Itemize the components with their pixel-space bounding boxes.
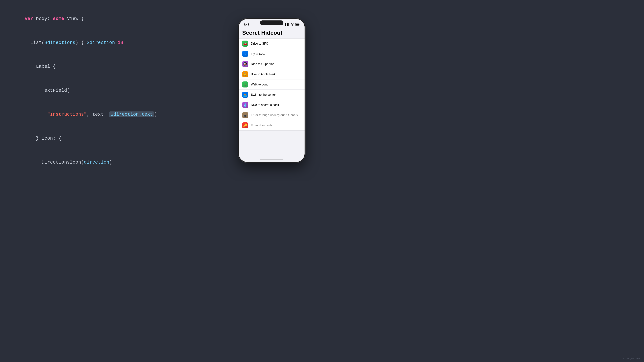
code-panel: // Interactive collections struct Direct…	[0, 0, 235, 181]
phone-screen: 9:41 ▌▌▌	[239, 19, 304, 162]
item-label-walk: Walk to pond	[251, 83, 301, 86]
item-icon-dive: 💧	[242, 102, 248, 108]
wifi-icon	[291, 23, 294, 26]
phone-frame: 9:41 ▌▌▌	[238, 18, 305, 163]
list-item-drive: 🚗Drive to SFO	[239, 38, 304, 49]
home-indicator	[239, 156, 304, 162]
battery-icon	[295, 23, 300, 26]
list-item-walk: 🚶Walk to pond	[239, 79, 304, 90]
list-item-door[interactable]: 🔑	[239, 120, 304, 131]
item-icon-fly: ✈️	[242, 51, 248, 57]
phone-area: 9:41 ▌▌▌	[235, 18, 308, 163]
list-item-dive: 💧Dive to secret airlock	[239, 100, 304, 110]
list-item-ride: 🚇Ride to Cupertino	[239, 59, 304, 69]
item-icon-ride: 🚇	[242, 61, 248, 67]
item-label-dive: Dive to secret airlock	[251, 103, 301, 107]
list-item-tunnel[interactable]: 🕳️	[239, 110, 304, 120]
directions-list: 🚗Drive to SFO✈️Fly to SJC🚇Ride to Cupert…	[239, 38, 304, 131]
item-input-door[interactable]	[251, 124, 301, 127]
item-label-ride: Ride to Cupertino	[251, 62, 301, 66]
item-icon-walk: 🚶	[242, 81, 248, 87]
screen-content[interactable]: Secret Hideout 🚗Drive to SFO✈️Fly to SJC…	[239, 28, 304, 156]
item-label-swim: Swim to the center	[251, 93, 301, 96]
item-icon-tunnel: 🕳️	[242, 112, 248, 118]
item-icon-door: 🔑	[242, 122, 248, 128]
item-label-drive: Drive to SFO	[251, 42, 301, 45]
home-bar	[260, 159, 284, 160]
highlighted-code: $direction.text	[109, 111, 154, 117]
status-icons: ▌▌▌	[285, 23, 300, 26]
svg-rect-1	[296, 24, 299, 25]
item-icon-bike: 🚴	[242, 71, 248, 77]
phone-notch	[260, 20, 284, 25]
item-icon-swim: 🏊	[242, 92, 248, 98]
list-item-fly: ✈️Fly to SJC	[239, 49, 304, 59]
status-time: 9:41	[244, 23, 249, 26]
item-input-tunnel[interactable]	[251, 113, 301, 117]
item-label-fly: Fly to SJC	[251, 52, 301, 56]
item-label-bike: Bike to Apple Park	[251, 72, 301, 76]
item-icon-drive: 🚗	[242, 40, 248, 46]
list-item-swim: 🏊Swim to the center	[239, 90, 304, 100]
app-title: Secret Hideout	[239, 28, 304, 38]
list-item-bike: 🚴Bike to Apple Park	[239, 69, 304, 79]
signal-icon: ▌▌▌	[285, 23, 290, 26]
